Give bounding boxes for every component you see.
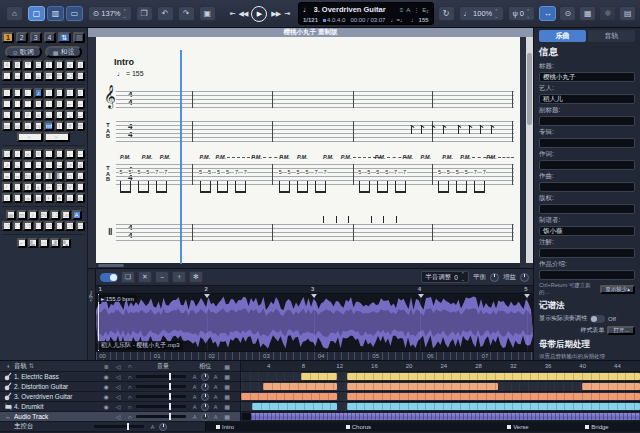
audio-timeline-lane[interactable]: [240, 412, 640, 421]
track-timeline-lane[interactable]: [240, 392, 640, 401]
volume-slider[interactable]: [136, 385, 186, 388]
speed-stepper[interactable]: ⌃⌄: [494, 9, 498, 19]
palette-icon[interactable]: ▙: [28, 238, 38, 248]
palette-icon[interactable]: ♬7: [55, 221, 65, 231]
palette-icon[interactable]: X: [34, 149, 44, 159]
timeline-segment[interactable]: [347, 373, 640, 380]
audio-enable-toggle[interactable]: [100, 273, 118, 282]
view-parchment-button[interactable]: ▥: [47, 6, 64, 21]
mute-icon[interactable]: ◁: [112, 403, 124, 410]
palette-icon[interactable]: 8ᵇ: [55, 71, 65, 81]
transpose-control[interactable]: ψ 0 ⌃⌄: [508, 6, 536, 21]
slider-handle[interactable]: [169, 393, 171, 400]
palette-icon[interactable]: ⌐: [17, 238, 27, 248]
audio-track-row[interactable]: ↔Audio Track◁∩AA▦: [0, 412, 640, 422]
palette-icon[interactable]: A: [72, 210, 82, 220]
field-input[interactable]: 饭小薇: [539, 226, 635, 236]
volume-slider[interactable]: [136, 395, 186, 398]
print-button[interactable]: ▣: [199, 6, 216, 21]
palette-icon[interactable]: ▐: [44, 171, 54, 181]
palette-icon[interactable]: ▦: [6, 210, 16, 220]
pitch-stepper[interactable]: ⌃⌄: [461, 272, 465, 282]
timeline-segment[interactable]: [241, 393, 337, 400]
audio-clip-handle[interactable]: [242, 413, 251, 420]
palette-icon[interactable]: ♭: [2, 71, 12, 81]
volume-slider[interactable]: [136, 405, 186, 408]
slider-handle[interactable]: [127, 423, 129, 430]
pan-knob[interactable]: [201, 413, 209, 421]
palette-icon[interactable]: V: [65, 182, 75, 192]
palette-icon[interactable]: 2.0: [50, 210, 60, 220]
staff-notation[interactable]: 𝄞 44: [102, 91, 516, 108]
add-track-button[interactable]: ＋: [2, 362, 14, 371]
skip-start-button[interactable]: ⇤: [230, 10, 235, 18]
palette-icon[interactable]: ＜: [17, 132, 43, 142]
fx-grid-icon[interactable]: ▦: [220, 373, 234, 380]
track-row[interactable]: 2. Distortion Guitar◉◁∩AA▦: [0, 382, 640, 392]
palette-icon[interactable]: │: [44, 60, 54, 70]
fretboard-panel-button[interactable]: ↔: [539, 6, 556, 21]
loop-button[interactable]: ↻: [438, 6, 455, 21]
palette-icon[interactable]: ≂: [23, 193, 33, 203]
field-input[interactable]: 稻人儿: [539, 94, 635, 104]
palette-icon[interactable]: ⌐: [65, 99, 75, 109]
visibility-eye-icon[interactable]: ◉: [100, 393, 112, 400]
scrollbar-thumb[interactable]: [98, 264, 124, 267]
skip-end-button[interactable]: ⇥: [284, 10, 289, 18]
fx-grid-icon[interactable]: ▦: [220, 393, 234, 400]
palette-icon[interactable]: ◳: [39, 238, 49, 248]
track-row[interactable]: 3. Overdriven Guitar◉◁∩AA▦: [0, 392, 640, 402]
palette-icon[interactable]: ✕: [23, 149, 33, 159]
palette-icon[interactable]: ♬5: [34, 221, 44, 231]
palette-icon[interactable]: ♩: [13, 193, 23, 203]
chords-button[interactable]: ▦和弦: [45, 46, 83, 58]
track-timeline-lane[interactable]: [240, 402, 640, 411]
palette-icon[interactable]: ~: [76, 99, 86, 109]
section-marker[interactable]: Chorus: [346, 424, 371, 430]
palette-icon[interactable]: ♪: [28, 210, 38, 220]
audio-time-ruler[interactable]: 0001020304050607: [96, 351, 533, 360]
palette-icon[interactable]: ↗: [55, 110, 65, 120]
palette-icon[interactable]: ♪: [2, 193, 12, 203]
staff-drums[interactable]: ‖ 44: [102, 224, 516, 241]
scrollbar-thumb[interactable]: [527, 53, 532, 125]
palette-icon[interactable]: ▌: [55, 171, 65, 181]
palette-icon[interactable]: ⊓: [76, 221, 86, 231]
track-name[interactable]: 2. Distortion Guitar: [14, 383, 100, 390]
balance-knob[interactable]: [490, 273, 499, 282]
slider-handle[interactable]: [169, 373, 171, 380]
palette-icon[interactable]: BV: [39, 210, 49, 220]
voice-button-3[interactable]: 3: [30, 32, 42, 43]
palette-icon[interactable]: mp: [34, 121, 44, 131]
pan-knob[interactable]: [201, 373, 209, 381]
field-input[interactable]: [539, 138, 635, 148]
view-page-button[interactable]: ▢: [28, 6, 45, 21]
palette-icon[interactable]: ║: [55, 60, 65, 70]
pan-knob[interactable]: [201, 393, 209, 401]
stylesheet-open-button[interactable]: 打开...: [607, 326, 635, 335]
lcd-display[interactable]: ♩ 3. Overdriven Guitar ≡ A ⋮ E₂ 1/121 4.…: [298, 2, 434, 25]
section-marker[interactable]: Intro: [216, 424, 234, 430]
zoom-stepper[interactable]: ⌃⌄: [122, 9, 126, 19]
palette-icon[interactable]: ↩: [76, 110, 86, 120]
tab-track[interactable]: 音轨: [588, 30, 635, 42]
view-screen-button[interactable]: ▭: [66, 6, 83, 21]
palette-icon[interactable]: ♫: [44, 88, 54, 98]
home-button[interactable]: ⌂: [6, 6, 23, 21]
volume-slider[interactable]: [136, 375, 186, 378]
palette-icon[interactable]: ≶: [76, 160, 86, 170]
palette-icon[interactable]: ▚: [61, 238, 71, 248]
palette-icon[interactable]: pp: [13, 121, 23, 131]
mute-icon[interactable]: ◁: [112, 373, 124, 380]
palette-icon[interactable]: ⊚: [34, 193, 44, 203]
palette-icon[interactable]: ≡: [55, 99, 65, 109]
microphone-button[interactable]: ⊙: [559, 6, 576, 21]
palette-icon[interactable]: ●: [55, 193, 65, 203]
master-row[interactable]: 主控台 A IntroChorusVerseBridge: [0, 422, 640, 432]
palette-icon[interactable]: ♬: [65, 88, 75, 98]
timeline-segment[interactable]: [582, 383, 640, 390]
keyboard-panel-button[interactable]: ▦: [579, 6, 596, 21]
speed-control[interactable]: ♩ 100% ⌃⌄: [459, 6, 504, 21]
palette-icon[interactable]: ✕: [34, 110, 44, 120]
field-input[interactable]: [539, 116, 635, 126]
